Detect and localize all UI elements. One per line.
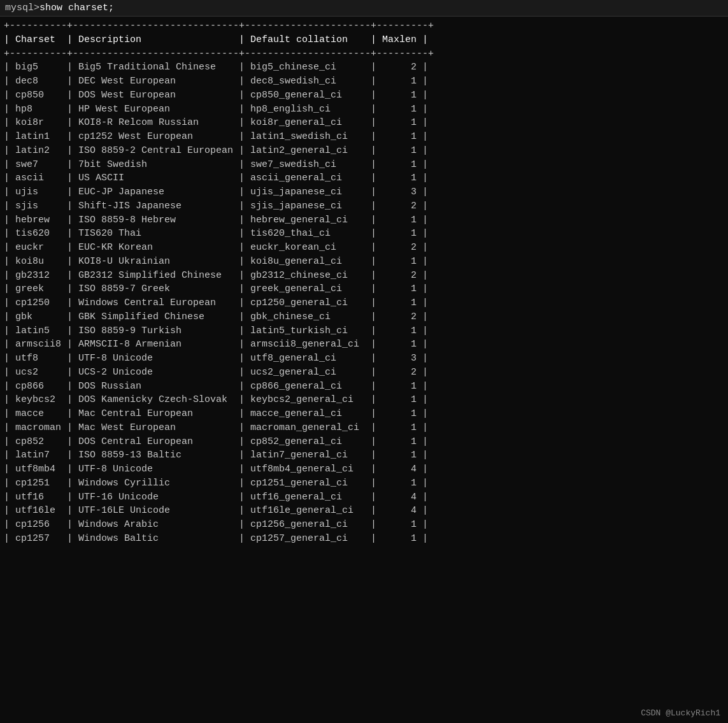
table-row: | hebrew | ISO 8859-8 Hebrew | hebrew_ge…: [4, 213, 724, 227]
table-row: | cp1250 | Windows Central European | cp…: [4, 296, 724, 310]
table-row: | koi8r | KOI8-R Relcom Russian | koi8r_…: [4, 116, 724, 130]
command: show charset;: [39, 3, 114, 13]
table-row: | hp8 | HP West European | hp8_english_c…: [4, 103, 724, 117]
terminal: mysql> show charset; +----------+-------…: [0, 0, 728, 548]
table-row: | latin2 | ISO 8859-2 Central European |…: [4, 144, 724, 158]
table-row: | cp850 | DOS West European | cp850_gene…: [4, 89, 724, 103]
table-row: | latin5 | ISO 8859-9 Turkish | latin5_t…: [4, 324, 724, 338]
table-row: | macroman | Mac West European | macroma…: [4, 421, 724, 435]
table-row: | euckr | EUC-KR Korean | euckr_korean_c…: [4, 241, 724, 255]
table-container: +----------+----------------------------…: [0, 17, 728, 548]
table-row: | gbk | GBK Simplified Chinese | gbk_chi…: [4, 310, 724, 324]
table-row: | big5 | Big5 Traditional Chinese | big5…: [4, 61, 724, 75]
table-row: | utf16le | UTF-16LE Unicode | utf16le_g…: [4, 504, 724, 518]
table-row: | ascii | US ASCII | ascii_general_ci | …: [4, 171, 724, 185]
table-row: | cp1257 | Windows Baltic | cp1257_gener…: [4, 532, 724, 546]
table-row: | utf8 | UTF-8 Unicode | utf8_general_ci…: [4, 352, 724, 366]
table-row: | swe7 | 7bit Swedish | swe7_swedish_ci …: [4, 158, 724, 172]
table-row: | dec8 | DEC West European | dec8_swedis…: [4, 75, 724, 89]
table-row: | cp1251 | Windows Cyrillic | cp1251_gen…: [4, 476, 724, 490]
table-row: | koi8u | KOI8-U Ukrainian | koi8u_gener…: [4, 255, 724, 269]
command-line: mysql> show charset;: [0, 0, 728, 17]
table-row: | keybcs2 | DOS Kamenicky Czech-Slovak |…: [4, 393, 724, 407]
table-row: | ujis | EUC-JP Japanese | ujis_japanese…: [4, 185, 724, 199]
separator-top: +----------+----------------------------…: [4, 19, 724, 33]
table-row: | ucs2 | UCS-2 Unicode | ucs2_general_ci…: [4, 366, 724, 380]
table-row: | armscii8 | ARMSCII-8 Armenian | armsci…: [4, 338, 724, 352]
table-row: | latin1 | cp1252 West European | latin1…: [4, 130, 724, 144]
table-row: | utf16 | UTF-16 Unicode | utf16_general…: [4, 490, 724, 505]
table-row: | greek | ISO 8859-7 Greek | greek_gener…: [4, 282, 724, 296]
table-row: | gb2312 | GB2312 Simplified Chinese | g…: [4, 269, 724, 283]
table-header: | Charset | Description | Default collat…: [4, 33, 724, 47]
table-row: | utf8mb4 | UTF-8 Unicode | utf8mb4_gene…: [4, 462, 724, 476]
table-row: | cp866 | DOS Russian | cp866_general_ci…: [4, 380, 724, 394]
table-row: | sjis | Shift-JIS Japanese | sjis_japan…: [4, 199, 724, 213]
table-row: | tis620 | TIS620 Thai | tis620_thai_ci …: [4, 227, 724, 241]
watermark: CSDN @LuckyRich1: [641, 708, 720, 718]
table-row: | macce | Mac Central European | macce_g…: [4, 407, 724, 421]
separator-mid: +----------+----------------------------…: [4, 47, 724, 61]
table-row: | latin7 | ISO 8859-13 Baltic | latin7_g…: [4, 448, 724, 462]
table-row: | cp1256 | Windows Arabic | cp1256_gener…: [4, 518, 724, 532]
table-row: | cp852 | DOS Central European | cp852_g…: [4, 435, 724, 449]
prompt: mysql>: [5, 3, 39, 13]
table-rows: | big5 | Big5 Traditional Chinese | big5…: [4, 61, 724, 545]
